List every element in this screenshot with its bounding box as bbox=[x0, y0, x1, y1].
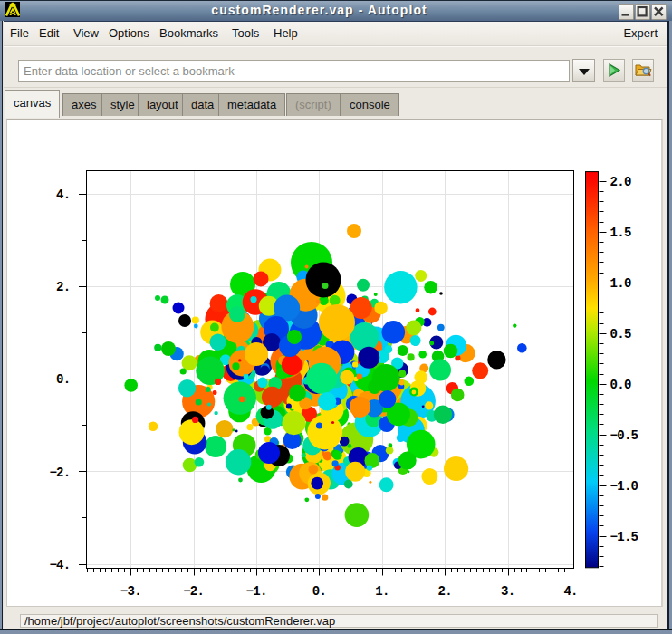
svg-text:2.: 2. bbox=[438, 584, 452, 599]
svg-text:−3.: −3. bbox=[120, 584, 141, 599]
svg-text:0.0: 0.0 bbox=[610, 378, 631, 392]
svg-text:−2.: −2. bbox=[49, 466, 70, 480]
svg-text:−2.: −2. bbox=[183, 584, 204, 599]
svg-text:−4.: −4. bbox=[49, 558, 70, 572]
svg-text:1.5: 1.5 bbox=[610, 226, 631, 240]
svg-text:0.5: 0.5 bbox=[610, 327, 631, 341]
svg-text:2.0: 2.0 bbox=[610, 175, 631, 189]
svg-text:−0.5: −0.5 bbox=[610, 428, 638, 443]
svg-text:−1.5: −1.5 bbox=[610, 530, 638, 544]
svg-text:2.: 2. bbox=[56, 280, 70, 294]
svg-text:1.: 1. bbox=[375, 584, 389, 599]
svg-text:3.: 3. bbox=[501, 584, 514, 599]
svg-text:0.: 0. bbox=[312, 584, 326, 599]
svg-text:4.: 4. bbox=[56, 187, 70, 202]
svg-text:−1.0: −1.0 bbox=[610, 479, 638, 494]
svg-text:4.: 4. bbox=[563, 584, 577, 599]
svg-text:0.: 0. bbox=[56, 372, 70, 387]
svg-text:1.0: 1.0 bbox=[610, 276, 631, 291]
svg-text:−1.: −1. bbox=[246, 584, 267, 599]
